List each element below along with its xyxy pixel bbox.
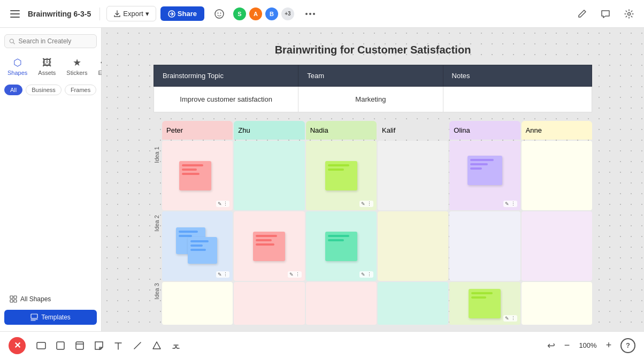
edit-controls[interactable]: ✎ ⋮ bbox=[503, 201, 517, 207]
idea-row-3: ✎ ⋮ bbox=[162, 282, 592, 325]
header-table: Brainstorming Topic Team Notes Improve c… bbox=[154, 65, 592, 112]
notes-cell bbox=[443, 87, 592, 112]
collaborators: S A B +3 bbox=[232, 6, 295, 21]
edit-controls[interactable]: ✎ ⋮ bbox=[216, 271, 230, 278]
cell-r2-kalif[interactable] bbox=[378, 211, 448, 281]
idea-grid: Peter Zhu Nadia Kalif Olina Anne bbox=[162, 121, 592, 326]
sticky-note bbox=[325, 161, 357, 190]
cell-r1-olina[interactable]: ✎ ⋮ bbox=[449, 141, 520, 210]
cell-r1-nadia[interactable]: ✎ ⋮ bbox=[306, 141, 377, 210]
cell-r2-peter[interactable]: ✎ ⋮ bbox=[162, 211, 233, 281]
edit-controls[interactable]: ✎ ⋮ bbox=[503, 315, 517, 322]
reaction-button[interactable] bbox=[211, 5, 228, 22]
note-line bbox=[470, 167, 482, 170]
canvas-area[interactable]: Brainwriting for Customer Satisfaction B… bbox=[102, 28, 644, 331]
note-line bbox=[328, 235, 349, 237]
svg-rect-17 bbox=[37, 342, 45, 349]
avatar-b: B bbox=[264, 6, 279, 21]
text-tool-button[interactable] bbox=[109, 337, 127, 355]
sticky-note bbox=[325, 232, 357, 261]
svg-point-5 bbox=[217, 12, 218, 13]
sidebar: ⬡ Shapes 🖼 Assets ★ Stickers </> Embed A… bbox=[0, 28, 102, 331]
svg-rect-13 bbox=[14, 296, 17, 299]
cell-r1-peter[interactable]: ✎ ⋮ bbox=[162, 141, 233, 210]
idea-row-1: ✎ ⋮ ✎ ⋮ bbox=[162, 141, 592, 210]
sticky-note bbox=[179, 161, 211, 190]
more-options-button[interactable] bbox=[302, 5, 319, 22]
filter-all[interactable]: All bbox=[4, 85, 22, 95]
settings-icon[interactable] bbox=[620, 5, 638, 22]
cell-r2-olina[interactable] bbox=[449, 211, 520, 281]
svg-rect-15 bbox=[14, 300, 17, 302]
avatar-a: A bbox=[248, 6, 263, 21]
tab-shapes[interactable]: ⬡ Shapes bbox=[4, 55, 30, 78]
edit-controls[interactable]: ✎ ⋮ bbox=[216, 201, 230, 207]
filter-frames[interactable]: Frames bbox=[65, 85, 96, 95]
sidebar-bottom: All Shapes Templates bbox=[4, 292, 97, 325]
cell-r1-kalif[interactable] bbox=[378, 141, 448, 210]
triangle-tool-button[interactable] bbox=[148, 337, 166, 355]
zoom-in-button[interactable]: + bbox=[601, 338, 616, 353]
cell-r2-zhu[interactable]: ✎ ⋮ bbox=[234, 211, 304, 281]
templates-button[interactable]: Templates bbox=[4, 310, 97, 325]
col-header-team: Team bbox=[298, 65, 443, 87]
note-line bbox=[470, 163, 488, 165]
svg-rect-0 bbox=[10, 10, 20, 11]
row-label-1: Idea 1 bbox=[154, 121, 160, 189]
tab-assets[interactable]: 🖼 Assets bbox=[35, 55, 59, 78]
filter-row: All Business Frames bbox=[4, 85, 97, 95]
all-shapes-button[interactable]: All Shapes bbox=[4, 292, 97, 307]
edit-controls[interactable]: ✎ ⋮ bbox=[288, 271, 302, 278]
svg-point-9 bbox=[313, 13, 315, 15]
search-input[interactable] bbox=[19, 37, 92, 45]
zoom-out-button[interactable]: − bbox=[559, 338, 574, 353]
cell-r3-peter[interactable] bbox=[162, 282, 233, 325]
note-line bbox=[328, 164, 349, 166]
tab-stickers[interactable]: ★ Stickers bbox=[63, 55, 90, 78]
share-button[interactable]: Share bbox=[160, 6, 204, 21]
toolbar-right: ↩ − 100% + ? bbox=[547, 338, 635, 353]
export-button[interactable]: Export ▾ bbox=[106, 6, 156, 21]
col-header-anne: Anne bbox=[522, 121, 592, 140]
main-layout: ⬡ Shapes 🖼 Assets ★ Stickers </> Embed A… bbox=[0, 28, 644, 331]
document-title: Brainwriting 6-3-5 bbox=[28, 10, 91, 18]
topbar-right bbox=[573, 5, 638, 22]
row-labels: Idea 1 Idea 2 Idea 3 bbox=[154, 121, 160, 326]
cell-r2-nadia[interactable]: ✎ ⋮ bbox=[306, 211, 377, 281]
frame-tool-button[interactable] bbox=[32, 337, 50, 355]
container-tool-button[interactable] bbox=[71, 337, 89, 355]
note-line bbox=[470, 159, 494, 161]
cell-r1-anne[interactable] bbox=[522, 141, 592, 210]
edit-controls[interactable]: ✎ ⋮ bbox=[359, 271, 373, 278]
rectangle-tool-button[interactable] bbox=[51, 337, 70, 355]
help-button[interactable]: ? bbox=[620, 338, 635, 353]
filter-business[interactable]: Business bbox=[26, 85, 62, 95]
cell-r2-anne[interactable] bbox=[522, 211, 592, 281]
cell-r1-zhu[interactable] bbox=[234, 141, 304, 210]
svg-rect-16 bbox=[31, 314, 37, 318]
sticky-note bbox=[253, 232, 285, 261]
svg-point-8 bbox=[309, 13, 311, 15]
idea-row-2: ✎ ⋮ ✎ ⋮ bbox=[162, 211, 592, 281]
svg-rect-1 bbox=[10, 13, 20, 14]
text-style-button[interactable] bbox=[167, 337, 185, 355]
note-line bbox=[328, 169, 344, 171]
note-line bbox=[256, 243, 274, 246]
cell-r3-nadia[interactable] bbox=[306, 282, 377, 325]
edit-icon[interactable] bbox=[573, 5, 591, 22]
menu-button[interactable] bbox=[6, 5, 24, 22]
search-bar[interactable] bbox=[4, 34, 97, 48]
note-line bbox=[256, 235, 277, 237]
comment-icon[interactable] bbox=[597, 5, 614, 22]
close-button[interactable]: ✕ bbox=[9, 337, 26, 354]
note-line bbox=[256, 239, 272, 241]
line-tool-button[interactable] bbox=[128, 337, 147, 355]
edit-controls[interactable]: ✎ ⋮ bbox=[359, 201, 373, 207]
svg-rect-19 bbox=[76, 342, 83, 349]
cell-r3-kalif[interactable] bbox=[378, 282, 448, 325]
cell-r3-zhu[interactable] bbox=[234, 282, 304, 325]
cell-r3-anne[interactable] bbox=[522, 282, 592, 325]
sticky-tool-button[interactable] bbox=[90, 337, 108, 355]
cell-r3-olina[interactable]: ✎ ⋮ bbox=[449, 282, 520, 325]
undo-button[interactable]: ↩ bbox=[547, 340, 555, 352]
